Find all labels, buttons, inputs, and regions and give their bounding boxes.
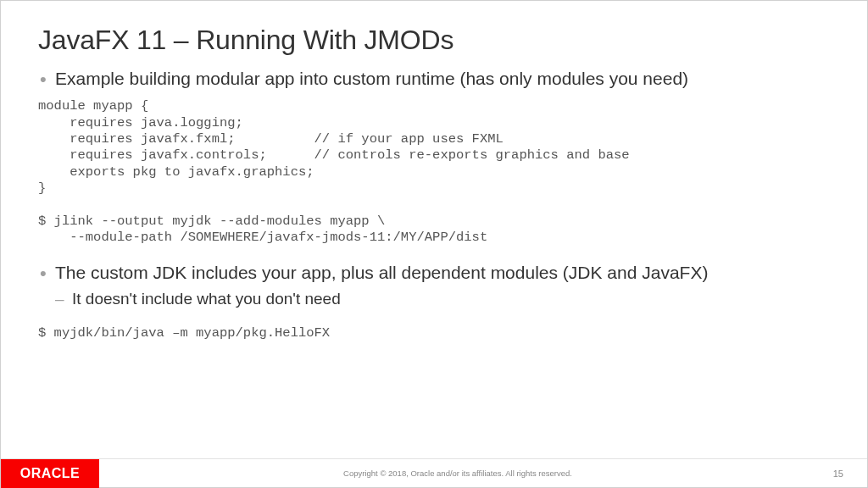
sub-bullet-item: It doesn't include what you don't need xyxy=(55,289,830,310)
logo-text: ORACLE xyxy=(20,466,81,481)
slide-title: JavaFX 11 – Running With JMODs xyxy=(38,25,830,56)
sub-bullet-text: It doesn't include what you don't need xyxy=(72,290,341,308)
bullet-list: The custom JDK includes your app, plus a… xyxy=(38,262,830,310)
slide: JavaFX 11 – Running With JMODs Example b… xyxy=(0,0,868,488)
page-number: 15 xyxy=(816,469,867,479)
copyright-text: Copyright © 2018, Oracle and/or its affi… xyxy=(99,469,816,478)
footer: ORACLE Copyright © 2018, Oracle and/or i… xyxy=(1,458,867,487)
code-block-module: module myapp { requires java.logging; re… xyxy=(38,98,830,246)
sub-bullet-list: It doesn't include what you don't need xyxy=(55,289,830,310)
oracle-logo: ORACLE xyxy=(1,459,99,488)
bullet-item: The custom JDK includes your app, plus a… xyxy=(38,262,830,310)
code-block-run: $ myjdk/bin/java –m myapp/pkg.HelloFX xyxy=(38,325,830,341)
slide-content: JavaFX 11 – Running With JMODs Example b… xyxy=(1,1,867,341)
bullet-text: Example building modular app into custom… xyxy=(55,69,688,88)
bullet-item: Example building modular app into custom… xyxy=(38,68,830,90)
bullet-text: The custom JDK includes your app, plus a… xyxy=(55,263,708,282)
bullet-list: Example building modular app into custom… xyxy=(38,68,830,90)
